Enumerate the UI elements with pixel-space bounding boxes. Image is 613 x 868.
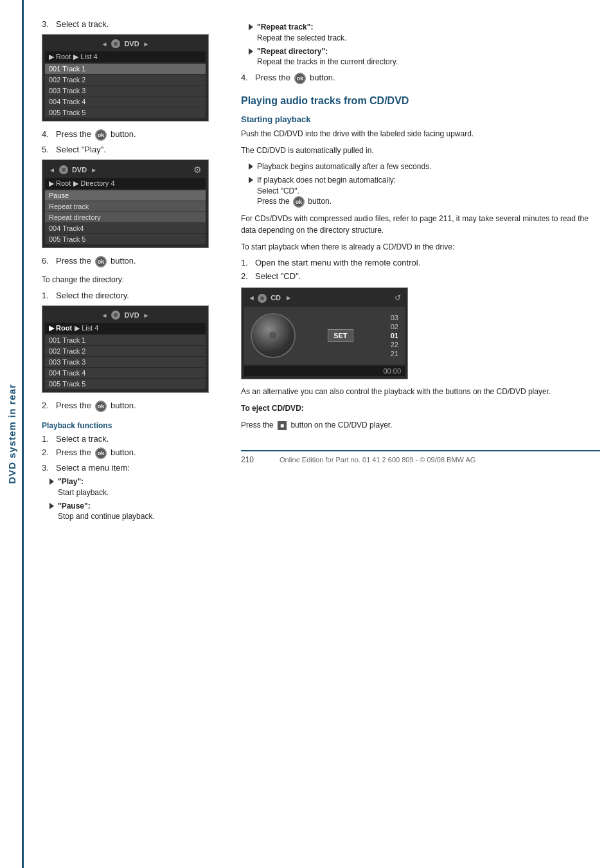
eject-label: To eject CD/DVD: (241, 402, 600, 414)
cd-track-22: 22 (391, 341, 398, 348)
cd-icon (258, 294, 267, 303)
right-bullet-repeat-track: "Repeat track": Repeat the selected trac… (249, 22, 600, 44)
cd-track-01: 01 (391, 332, 398, 339)
step-cd-2-text: Select "CD". (255, 271, 301, 281)
right-bullet-repeat-dir-desc: Repeat the tracks in the current directo… (257, 57, 398, 66)
footer: 210 Online Edition for Part no. 01 41 2 … (241, 450, 600, 464)
right-step-4-text: Press the (255, 73, 290, 82)
cd-screen: ◄ CD ► ↺ SET 03 02 01 22 (241, 287, 408, 379)
eject-text: Press the ■ button on the CD/DVD player. (241, 419, 600, 431)
step-dir-2: 2. Press the ok button. (42, 401, 222, 412)
step-4-text: Press the (56, 129, 91, 139)
pb-step-2-num: 2. (42, 448, 53, 457)
pb-bullet-play-desc: Start playback. (58, 488, 109, 497)
bullet-tri-noauto (249, 177, 253, 183)
step-4: 4. Press the ok button. (42, 129, 222, 141)
menu-pause: Pause (45, 190, 206, 201)
right-bullet-repeat-dir: "Repeat directory": Repeat the tracks in… (249, 46, 600, 68)
subsection-heading: Starting playback (241, 114, 600, 124)
track3-row-5: 005 Track 5 (45, 379, 206, 389)
cd-disc (251, 313, 296, 358)
left-column: 3. Select a track. ◄ DVD ► ▶ Root ▶ List… (42, 19, 222, 525)
right-bullet-repeat-track-desc: Repeat the selected track. (257, 33, 346, 42)
menu-track4: 004 Track4 (45, 223, 206, 233)
step-3: 3. Select a track. (42, 19, 222, 29)
bullet-tri-auto (249, 163, 253, 170)
step-dir-2-text: Press the (56, 401, 91, 410)
step-cd-2-num: 2. (241, 271, 253, 281)
breadcrumb-root-2: ▶ Root (49, 179, 71, 188)
cd-track-03: 03 (391, 314, 398, 321)
breadcrumb-root-3-active: ▶ Root (49, 324, 72, 332)
para2: The CD/DVD is automatically pulled in. (241, 145, 600, 156)
pb-bullet-pause: "Pause": Stop and continue playback. (49, 501, 222, 523)
right-bullet-repeat-track-content: "Repeat track": Repeat the selected trac… (257, 22, 600, 44)
dvd-screen-1: ◄ DVD ► ▶ Root ▶ List 4 001 Track 1 002 … (42, 34, 209, 122)
track3-row-1: 001 Track 1 (45, 335, 206, 345)
pb-bullet-pause-content: "Pause": Stop and continue playback. (58, 501, 222, 523)
step-cd-1-text: Open the start menu with the remote cont… (255, 258, 420, 267)
bullet-tri-pause (49, 503, 54, 509)
track-row-2: 002 Track 2 (45, 75, 206, 85)
ok-button-inline-6: ok (293, 196, 305, 208)
right-column: "Repeat track": Repeat the selected trac… (241, 19, 600, 525)
cd-bullet-noauto: If playback does not begin automatically… (249, 175, 600, 208)
right-step-4-num: 4. (241, 73, 253, 82)
cd-disc-hole (269, 331, 278, 340)
footer-page-num: 210 (241, 455, 267, 464)
cd-label: CD (271, 294, 281, 302)
step-5: 5. Select "Play". (42, 145, 222, 154)
right-step-4-suffix: button. (310, 73, 335, 82)
pb-bullet-pause-desc: Stop and continue playback. (58, 512, 155, 521)
pb-bullet-play: "Play": Start playback. (49, 476, 222, 498)
cd-set-button[interactable]: SET (328, 329, 353, 342)
right-bullet-repeat-dir-label: "Repeat directory": (257, 47, 328, 56)
step-5-num: 5. (42, 145, 53, 154)
track3-row-3: 003 Track 3 (45, 357, 206, 367)
press-ok-text: Press the (257, 197, 292, 206)
track3-row-2: 002 Track 2 (45, 346, 206, 356)
cd-bullet-noauto-content: If playback does not begin automatically… (257, 175, 600, 208)
cd-track-21: 21 (391, 350, 398, 357)
cd-header-nav: ◄ CD ► (248, 293, 292, 303)
ok-button-inline-2: ok (95, 256, 107, 267)
pb-step-2-suffix: button. (111, 448, 136, 457)
step-3-text: Select a track. (56, 19, 109, 29)
breadcrumb-list4: ▶ List 4 (73, 53, 97, 61)
pb-step-3: 3. Select a menu item: (42, 463, 222, 473)
dvd-screen-2: ◄ DVD ► ⚙ ▶ Root ▶ Directory 4 Pause Rep… (42, 159, 209, 248)
step-cd-2: 2. Select "CD". (241, 271, 600, 281)
bullet-tri-repeat-dir (249, 48, 253, 55)
para1: Push the CD/DVD into the drive with the … (241, 128, 600, 140)
cd-time: 00:00 (244, 366, 405, 376)
breadcrumb-list4-3: ▶ List 4 (75, 324, 98, 332)
step-6-suffix: button. (111, 256, 136, 266)
track-row-5: 005 Track 5 (45, 107, 206, 118)
dvd-screen-3: ◄ DVD ► ▶ Root ▶ List 4 001 Track 1 002 … (42, 305, 209, 393)
right-bullets-container: "Repeat track": Repeat the selected trac… (241, 22, 600, 68)
dvd-icon-2 (59, 165, 68, 174)
dir-change-label: To change the directory: (42, 274, 222, 285)
step-5-text: Select "Play". (56, 145, 106, 154)
bullet-tri-repeat-track (249, 24, 253, 30)
right-step-4: 4. Press the ok button. (241, 73, 600, 84)
step-4-suffix: button. (111, 129, 136, 139)
press-ok-suffix: button. (306, 197, 332, 206)
eject-heading: To eject CD/DVD: (241, 404, 304, 413)
pb-step-2: 2. Press the ok button. (42, 448, 222, 459)
dvd-icon-inner (114, 42, 118, 46)
main-content: 3. Select a track. ◄ DVD ► ▶ Root ▶ List… (29, 0, 613, 538)
right-bullet-repeat-track-label: "Repeat track": (257, 23, 313, 32)
dvd-screen-2-breadcrumb: ▶ Root ▶ Directory 4 (45, 178, 206, 189)
step-dir-1: 1. Select the directory. (42, 291, 222, 300)
step-6: 6. Press the ok button. (42, 256, 222, 267)
step-dir-2-num: 2. (42, 401, 53, 410)
step-6-text: Press the (56, 256, 91, 266)
bullet-tri-play (49, 478, 54, 485)
track-row-3: 003 Track 3 (45, 86, 206, 96)
sidebar-label: DVD system in rear (6, 384, 17, 484)
cd-set-container: SET (328, 329, 353, 342)
step-cd-1: 1. Open the start menu with the remote c… (241, 258, 600, 267)
sidebar-bar (22, 0, 24, 868)
cd-refresh-icon: ↺ (395, 293, 401, 302)
